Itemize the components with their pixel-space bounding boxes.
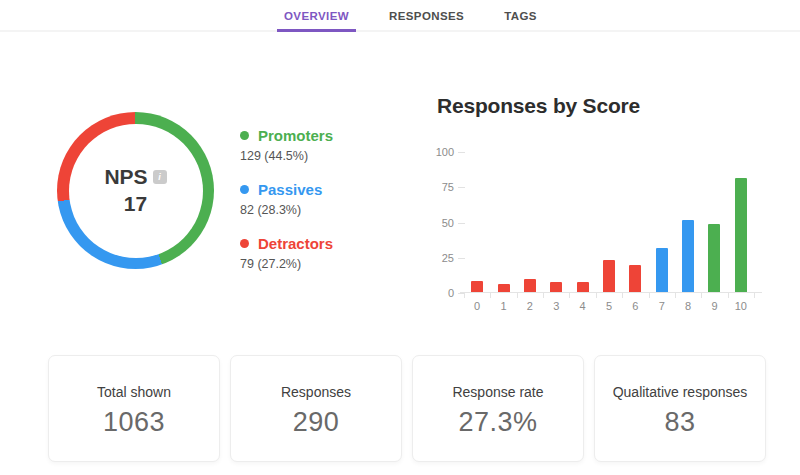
promoters-dot-icon xyxy=(240,131,249,140)
x-axis-line xyxy=(460,292,762,293)
y-tick-mark xyxy=(458,223,465,224)
legend-label: Detractors xyxy=(258,235,333,252)
x-tick-mark xyxy=(517,293,518,298)
y-tick-mark xyxy=(458,187,465,188)
bar-6 xyxy=(629,265,641,292)
stat-card-response-rate: Response rate27.3% xyxy=(412,355,584,462)
stat-card-value: 27.3% xyxy=(458,407,537,438)
x-label-6: 6 xyxy=(622,300,648,312)
y-tick-100: 100 xyxy=(430,146,454,158)
x-tick-mark xyxy=(728,293,729,298)
x-label-0: 0 xyxy=(464,300,490,312)
passives-dot-icon xyxy=(240,185,249,194)
x-tick-mark xyxy=(464,293,465,298)
nps-score: NPS i 17 xyxy=(69,124,203,258)
stat-cards-row: Total shown1063Responses290Response rate… xyxy=(48,355,766,462)
tab-tags[interactable]: TAGS xyxy=(497,0,544,32)
x-tick-mark xyxy=(701,293,702,298)
stat-card-label: Responses xyxy=(281,384,351,400)
x-tick-mark xyxy=(490,293,491,298)
bar-2 xyxy=(524,279,536,292)
x-label-3: 3 xyxy=(543,300,569,312)
bar-9 xyxy=(708,224,720,292)
legend-label: Passives xyxy=(258,181,322,198)
stat-card-value: 1063 xyxy=(103,407,165,438)
legend-item-promoters: Promoters129 (44.5%) xyxy=(240,127,333,163)
legend-detail: 79 (27.2%) xyxy=(240,257,333,271)
stat-card-responses: Responses290 xyxy=(230,355,402,462)
y-tick-25: 25 xyxy=(430,252,454,264)
legend-detail: 82 (28.3%) xyxy=(240,203,333,217)
x-tick-mark xyxy=(543,293,544,298)
stat-card-value: 290 xyxy=(293,407,340,438)
bar-1 xyxy=(498,284,510,292)
y-tick-mark xyxy=(458,258,465,259)
chart-plot-area: 0255075100012345678910 xyxy=(464,152,754,293)
y-tick-50: 50 xyxy=(430,217,454,229)
tabs-nav: OVERVIEWRESPONSESTAGS xyxy=(277,0,800,32)
bar-10 xyxy=(735,178,747,292)
responses-by-score-chart: 0255075100012345678910 xyxy=(437,140,767,320)
nps-donut-chart: NPS i 17 xyxy=(57,112,214,269)
stat-card-total-shown: Total shown1063 xyxy=(48,355,220,462)
legend-item-passives: Passives82 (28.3%) xyxy=(240,181,333,217)
tab-bar: OVERVIEWRESPONSESTAGS xyxy=(0,0,800,32)
bar-3 xyxy=(550,282,562,292)
x-label-5: 5 xyxy=(596,300,622,312)
detractors-dot-icon xyxy=(240,239,249,248)
x-label-8: 8 xyxy=(675,300,701,312)
x-tick-mark xyxy=(622,293,623,298)
tab-responses[interactable]: RESPONSES xyxy=(382,0,471,32)
bar-4 xyxy=(577,282,589,292)
x-label-7: 7 xyxy=(649,300,675,312)
nps-label: NPS xyxy=(104,165,147,189)
x-tick-mark xyxy=(754,293,755,298)
x-label-10: 10 xyxy=(728,300,754,312)
x-label-4: 4 xyxy=(569,300,595,312)
bar-8 xyxy=(682,220,694,292)
x-label-2: 2 xyxy=(517,300,543,312)
donut-legend: Promoters129 (44.5%)Passives82 (28.3%)De… xyxy=(240,127,333,289)
stat-card-label: Response rate xyxy=(452,384,543,400)
y-tick-mark xyxy=(458,152,465,153)
bar-5 xyxy=(603,260,615,292)
info-icon[interactable]: i xyxy=(153,170,167,184)
legend-detail: 129 (44.5%) xyxy=(240,149,333,163)
bar-0 xyxy=(471,281,483,292)
x-label-1: 1 xyxy=(490,300,516,312)
stat-card-qualitative-responses: Qualitative responses83 xyxy=(594,355,766,462)
chart-title: Responses by Score xyxy=(437,94,640,118)
x-tick-mark xyxy=(649,293,650,298)
stat-card-label: Qualitative responses xyxy=(613,384,748,400)
y-tick-75: 75 xyxy=(430,181,454,193)
x-tick-mark xyxy=(569,293,570,298)
nps-overview-page: OVERVIEWRESPONSESTAGS NPS i 17 Promoters… xyxy=(0,0,800,475)
tab-overview[interactable]: OVERVIEW xyxy=(277,0,356,32)
y-tick-0: 0 xyxy=(430,287,454,299)
x-label-9: 9 xyxy=(701,300,727,312)
x-tick-mark xyxy=(675,293,676,298)
legend-item-detractors: Detractors79 (27.2%) xyxy=(240,235,333,271)
bar-7 xyxy=(656,248,668,292)
nps-value: 17 xyxy=(124,192,147,216)
stat-card-label: Total shown xyxy=(97,384,171,400)
legend-label: Promoters xyxy=(258,127,333,144)
stat-card-value: 83 xyxy=(664,407,695,438)
x-tick-mark xyxy=(596,293,597,298)
